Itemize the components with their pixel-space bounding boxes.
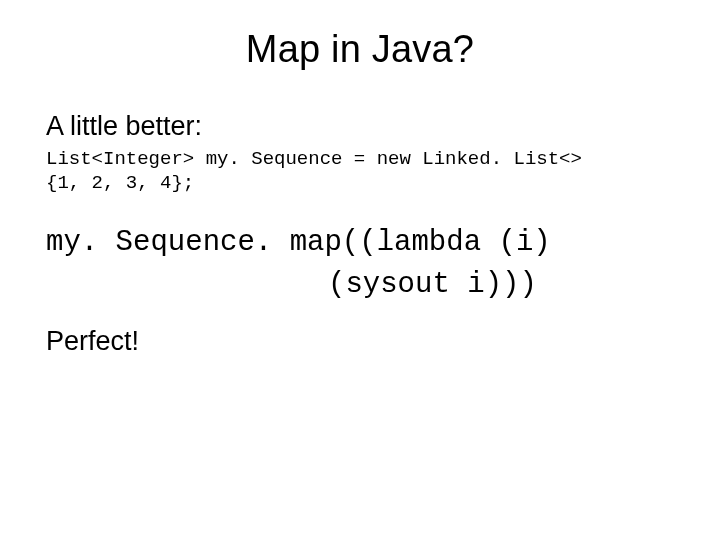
slide-content: Map in Java? A little better: List<Integ… bbox=[0, 0, 720, 357]
footer-text: Perfect! bbox=[46, 326, 674, 357]
code-block-large: my. Sequence. map((lambda (i) (sysout i)… bbox=[46, 222, 674, 306]
code-line: my. Sequence. map((lambda (i) bbox=[46, 222, 674, 264]
slide-title: Map in Java? bbox=[46, 28, 674, 71]
code-line: (sysout i))) bbox=[46, 264, 674, 306]
code-line: List<Integer> my. Sequence = new Linked.… bbox=[46, 148, 674, 172]
subheading: A little better: bbox=[46, 111, 674, 142]
code-block-small: List<Integer> my. Sequence = new Linked.… bbox=[46, 148, 674, 196]
code-line: {1, 2, 3, 4}; bbox=[46, 172, 674, 196]
